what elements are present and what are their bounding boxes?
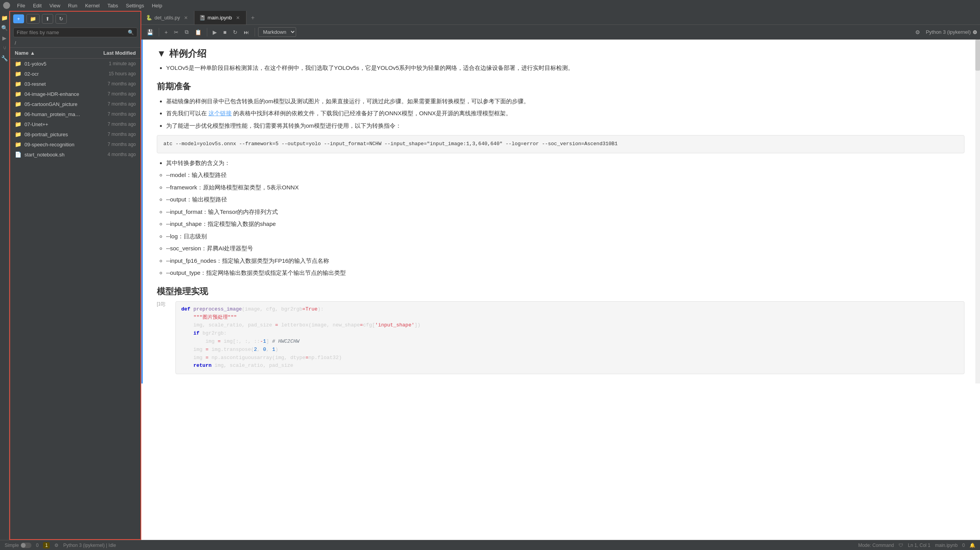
paste-cell-button[interactable]: 📋 (193, 28, 204, 37)
toggle-track[interactable] (21, 543, 31, 548)
code-cell-10-content[interactable]: def preprocess_image(image, cfg, bgr2rgb… (175, 301, 964, 374)
section-intro: ▼ 样例介绍 YOLOv5是一种单阶段目标检测算法，在这个样例中，我们选取了YO… (157, 47, 964, 73)
right-scrollbar[interactable] (975, 40, 980, 383)
toolbar-separator-1 (159, 28, 159, 36)
file-name-6: 07-Unet++ (24, 121, 82, 127)
kernel-name: Python 3 (ipykernel) (926, 29, 971, 35)
tab-main-ipynb[interactable]: 📓 main.ipynb ✕ (194, 11, 246, 24)
file-name-9: start_notebook.sh (24, 152, 82, 158)
settings-icon[interactable]: ⚙ (913, 28, 923, 37)
sidebar-files-icon[interactable]: 📁 (1, 14, 9, 22)
fast-forward-button[interactable]: ⏭ (241, 28, 252, 37)
file-item-0[interactable]: 📁 01-yolov5 1 minute ago (10, 59, 140, 69)
menu-settings[interactable]: Settings (123, 2, 147, 9)
file-item-5[interactable]: 📁 06-human_protein_map_classi... 7 month… (10, 109, 140, 119)
menu-run[interactable]: Run (65, 2, 80, 9)
file-item-6[interactable]: 📁 07-Unet++ 7 months ago (10, 119, 140, 129)
file-modified-9: 4 months ago (82, 152, 136, 157)
search-icon: 🔍 (128, 29, 134, 35)
simple-mode-toggle[interactable]: Simple (5, 543, 31, 548)
sidebar-run-icon[interactable]: ▶ (1, 34, 9, 42)
add-cell-button[interactable]: + (162, 28, 170, 37)
save-button[interactable]: 💾 (144, 28, 156, 37)
file-item-9[interactable]: 📄 start_notebook.sh 4 months ago (10, 149, 140, 160)
menu-edit[interactable]: Edit (30, 2, 45, 9)
file-icon-3: 📁 (15, 91, 21, 97)
cut-cell-button[interactable]: ✂ (172, 28, 181, 37)
params-title: 其中转换参数的含义为： (166, 158, 964, 168)
bell-icon[interactable]: 🔔 (970, 543, 975, 548)
section-intro-toggle[interactable]: ▼ 样例介绍 (157, 47, 964, 60)
file-icon-7: 📁 (15, 131, 21, 137)
atc-command-block: atc --model=yolov5s.onnx --framework=5 -… (157, 135, 964, 153)
section-prep-content: 基础镜像的样例目录中已包含转换后的om模型以及测试图片，如果直接运行，可跳过此步… (157, 96, 964, 131)
stop-kernel-button[interactable]: ■ (221, 28, 229, 37)
restart-kernel-button[interactable]: ↻ (231, 28, 240, 37)
menu-tabs[interactable]: Tabs (104, 2, 121, 9)
menu-kernel[interactable]: Kernel (82, 2, 103, 9)
file-item-1[interactable]: 📁 02-ocr 15 hours ago (10, 69, 140, 79)
status-right: Mode: Command 🛡 Ln 1, Col 1 main.ipynb 0… (858, 543, 975, 548)
tab-det-utils[interactable]: 🐍 det_utils.py ✕ (141, 11, 194, 24)
kernel-status: Python 3 (ipykernel) (926, 29, 977, 35)
file-icon-4: 📁 (15, 101, 21, 107)
tab-det-utils-close[interactable]: ✕ (182, 14, 189, 21)
file-modified-3: 7 months ago (82, 91, 136, 97)
file-item-3[interactable]: 📁 04-image-HDR-enhance 7 months ago (10, 89, 140, 99)
file-item-8[interactable]: 📁 09-speech-recognition 7 months ago (10, 139, 140, 149)
new-file-button[interactable]: + (13, 14, 24, 23)
run-cell-button[interactable]: ▶ (210, 28, 219, 37)
editor-area: 🐍 det_utils.py ✕ 📓 main.ipynb ✕ + 💾 + ✂ … (141, 11, 980, 540)
menu-view[interactable]: View (46, 2, 63, 9)
open-folder-button[interactable]: 📁 (26, 14, 40, 24)
file-name-1: 02-ocr (24, 71, 82, 77)
plus-icon: + (17, 16, 20, 22)
file-modified-7: 7 months ago (82, 132, 136, 137)
file-name-8: 09-speech-recognition (24, 142, 82, 147)
column-name-header[interactable]: Name ▲ (15, 50, 82, 56)
error-count: 0 (36, 543, 39, 548)
simple-label: Simple (5, 543, 19, 548)
param-soc-version: --soc_version：昇腾AI处理器型号 (166, 243, 964, 253)
prep-link[interactable]: 这个链接 (208, 110, 232, 116)
file-modified-6: 7 months ago (82, 121, 136, 127)
sidebar-git-icon[interactable]: ⑂ (1, 44, 9, 52)
refresh-button[interactable]: ↻ (56, 14, 67, 24)
sidebar-search-icon[interactable]: 🔍 (1, 24, 9, 32)
file-item-7[interactable]: 📁 08-portrait_pictures 7 months ago (10, 129, 140, 139)
section-inference-title: 模型推理实现 (157, 286, 964, 297)
filename-label: main.ipynb (935, 543, 957, 548)
file-item-4[interactable]: 📁 05-cartoonGAN_picture 7 months ago (10, 99, 140, 109)
file-item-2[interactable]: 📁 03-resnet 7 months ago (10, 79, 140, 89)
tab-main-ipynb-close[interactable]: ✕ (234, 14, 241, 21)
sidebar-extension-icon[interactable]: 🔧 (1, 54, 9, 62)
position-label: Ln 1, Col 1 (908, 543, 930, 548)
active-cell-indicator (141, 40, 143, 383)
kernel-idle-status: Python 3 (ipykernel) | Idle (63, 543, 116, 548)
status-left: Simple 0 1 ⚙ Python 3 (ipykernel) | Idle (5, 542, 116, 548)
cell-type-selector[interactable]: Markdown Code Raw (258, 27, 296, 37)
tab-bar: 🐍 det_utils.py ✕ 📓 main.ipynb ✕ + (141, 11, 980, 25)
menu-file[interactable]: File (14, 2, 28, 9)
status-bar: Simple 0 1 ⚙ Python 3 (ipykernel) | Idle… (0, 540, 980, 550)
file-name-2: 03-resnet (24, 81, 82, 87)
section-intro-title: 样例介绍 (169, 47, 206, 60)
new-tab-button[interactable]: + (246, 14, 259, 21)
section-inference: 模型推理实现 (157, 286, 964, 297)
menu-help[interactable]: Help (149, 2, 165, 9)
file-icon-1: 📁 (15, 71, 21, 77)
copy-cell-button[interactable]: ⧉ (182, 27, 191, 37)
file-icon-8: 📁 (15, 141, 21, 147)
file-icon-9: 📄 (15, 151, 21, 158)
upload-button[interactable]: ⬆ (42, 14, 53, 24)
file-name-0: 01-yolov5 (24, 61, 82, 67)
file-icon-0: 📁 (15, 61, 21, 67)
file-search-input[interactable] (17, 29, 128, 35)
notebook-content[interactable]: ▼ 样例介绍 YOLOv5是一种单阶段目标检测算法，在这个样例中，我们选取了YO… (141, 40, 980, 540)
scrollbar-thumb[interactable] (975, 40, 980, 71)
column-modified-header[interactable]: Last Modified (82, 50, 136, 56)
gear-icon[interactable]: ⚙ (54, 543, 59, 548)
intro-bullet-1: YOLOv5是一种单阶段目标检测算法，在这个样例中，我们选取了YOLOv5s，它… (166, 63, 964, 73)
notification-count: 0 (962, 543, 965, 548)
warning-count: 1 (43, 542, 50, 548)
